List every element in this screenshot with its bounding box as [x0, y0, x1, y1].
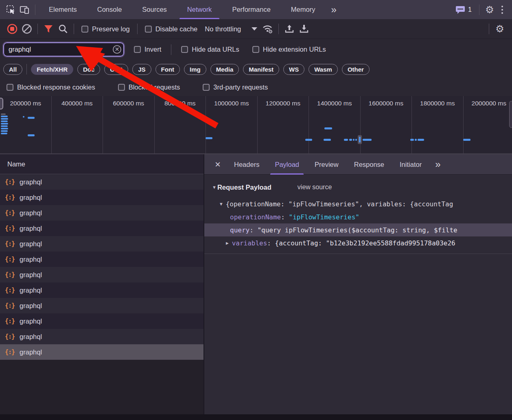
inspect-element-icon[interactable] [4, 3, 18, 17]
timeline-request-bar[interactable] [324, 127, 332, 129]
timeline-selected-request-bar[interactable] [358, 135, 362, 144]
request-row[interactable]: {:}graphql [0, 282, 203, 298]
chip-fetch-xhr[interactable]: Fetch/XHR [31, 64, 73, 75]
detail-tab-initiator[interactable]: Initiator [392, 154, 429, 175]
chip-other[interactable]: Other [342, 64, 370, 75]
tab-sources[interactable]: Sources [132, 0, 177, 19]
payload-preview-row[interactable]: ▼ {operationName: "ipFlowTimeseries", va… [204, 197, 512, 210]
expand-triangle-icon[interactable]: ▶ [226, 241, 229, 246]
payload-row-query[interactable]: query: "query ipFlowTimeseries($accountT… [204, 223, 512, 236]
request-payload-section[interactable]: ▼ Request Payload view source [204, 181, 512, 193]
payload-row-operationname[interactable]: operationName: "ipFlowTimeseries" [204, 210, 512, 223]
more-tabs-icon[interactable]: » [325, 4, 342, 15]
chip-all[interactable]: All [3, 64, 22, 75]
timeline-request-bar[interactable] [1, 116, 8, 117]
blocked-requests-toggle[interactable]: Blocked requests [118, 83, 180, 91]
request-row[interactable]: {:}graphql [0, 313, 203, 329]
invert-toggle[interactable]: Invert [134, 46, 161, 53]
detail-more-tabs-icon[interactable]: » [429, 159, 446, 170]
tab-elements[interactable]: Elements [39, 0, 87, 19]
preserve-log-toggle[interactable]: Preserve log [81, 25, 130, 33]
network-settings-gear-icon[interactable]: ⚙ [492, 22, 507, 36]
request-row[interactable]: {:}graphql [0, 267, 203, 282]
chip-manifest[interactable]: Manifest [243, 64, 279, 75]
chip-img[interactable]: Img [184, 64, 206, 75]
tab-memory[interactable]: Memory [281, 0, 326, 19]
device-toolbar-icon[interactable] [18, 3, 32, 17]
tab-performance[interactable]: Performance [222, 0, 280, 19]
timeline-request-bar[interactable] [415, 139, 417, 141]
blocked-requests-checkbox[interactable] [118, 84, 125, 91]
third-party-toggle[interactable]: 3rd-party requests [203, 83, 268, 91]
chip-wasm[interactable]: Wasm [309, 64, 338, 75]
tab-network[interactable]: Network [177, 0, 222, 19]
request-row[interactable]: {:}graphql [0, 221, 203, 236]
timeline-request-bar[interactable] [28, 117, 35, 119]
timeline-request-bar[interactable] [28, 134, 35, 136]
timeline-request-bar[interactable] [1, 128, 8, 129]
request-row[interactable]: {:}graphql [0, 205, 203, 221]
detail-tab-payload[interactable]: Payload [267, 154, 307, 175]
timeline-request-bar[interactable] [324, 139, 331, 141]
payload-row-variables[interactable]: ▶ variables: {accountTag: "b12e3b2192ee5… [204, 236, 512, 249]
disable-cache-checkbox[interactable] [145, 26, 152, 33]
timeline-request-bar[interactable] [1, 118, 8, 120]
chip-doc[interactable]: Doc [77, 64, 100, 75]
request-row[interactable]: {:}graphql [0, 344, 203, 360]
timeline-request-bar[interactable] [1, 133, 7, 134]
settings-gear-icon[interactable]: ⚙ [483, 3, 497, 17]
timeline-request-bar[interactable] [206, 137, 212, 139]
chip-css[interactable]: CSS [104, 64, 128, 75]
request-row[interactable]: {:}graphql [0, 329, 203, 344]
timeline-request-bar[interactable] [23, 116, 24, 118]
timeline-request-bar[interactable] [410, 139, 414, 141]
filter-icon[interactable] [41, 22, 56, 36]
throttling-select[interactable]: No throttling [205, 25, 257, 33]
request-row[interactable]: {:}graphql [0, 252, 203, 267]
preserve-log-checkbox[interactable] [81, 26, 88, 33]
timeline-left-handle[interactable] [0, 98, 3, 109]
record-button[interactable] [5, 22, 20, 36]
timeline-request-bar[interactable] [1, 114, 6, 115]
third-party-checkbox[interactable] [203, 84, 210, 91]
timeline-request-bar[interactable] [1, 123, 8, 125]
request-row[interactable]: {:}graphql [0, 190, 203, 205]
export-har-icon[interactable] [297, 22, 311, 36]
network-overview-timeline[interactable]: 200000 ms400000 ms600000 ms800000 ms1000… [0, 96, 512, 154]
request-row[interactable]: {:}graphql [0, 174, 203, 190]
timeline-request-bar[interactable] [463, 139, 470, 141]
detail-tab-preview[interactable]: Preview [307, 154, 346, 175]
timeline-request-bar[interactable] [363, 139, 372, 141]
timeline-request-bar[interactable] [1, 125, 8, 127]
disable-cache-toggle[interactable]: Disable cache [145, 25, 198, 33]
timeline-request-bar[interactable] [344, 139, 348, 141]
detail-tab-response[interactable]: Response [346, 154, 392, 175]
issues-button[interactable]: 1 [451, 5, 476, 14]
expand-triangle-icon[interactable]: ▼ [220, 201, 223, 207]
chip-font[interactable]: Font [155, 64, 180, 75]
name-column-header[interactable]: Name [0, 154, 203, 174]
chip-ws[interactable]: WS [283, 64, 304, 75]
chip-js[interactable]: JS [132, 64, 151, 75]
blocked-cookies-checkbox[interactable] [7, 84, 13, 91]
tab-console[interactable]: Console [87, 0, 132, 19]
request-row[interactable]: {:}graphql [0, 236, 203, 252]
timeline-request-bar[interactable] [353, 139, 354, 141]
clear-filter-icon[interactable]: ✕ [113, 45, 121, 54]
timeline-request-bar[interactable] [1, 120, 8, 122]
detail-tab-headers[interactable]: Headers [226, 154, 267, 175]
kebab-menu-icon[interactable] [497, 6, 508, 14]
hide-extension-urls-toggle[interactable]: Hide extension URLs [252, 46, 326, 53]
hide-data-urls-toggle[interactable]: Hide data URLs [181, 46, 239, 53]
timeline-request-bar[interactable] [355, 139, 357, 141]
chip-media[interactable]: Media [210, 64, 239, 75]
import-har-icon[interactable] [282, 22, 297, 36]
clear-button[interactable] [20, 22, 34, 36]
timeline-request-bar[interactable] [349, 139, 352, 141]
timeline-request-bar[interactable] [1, 130, 8, 132]
timeline-request-bar[interactable] [418, 139, 424, 141]
invert-checkbox[interactable] [134, 46, 141, 53]
search-icon[interactable] [56, 22, 70, 36]
timeline-request-bar[interactable] [305, 139, 312, 141]
request-row[interactable]: {:}graphql [0, 298, 203, 313]
